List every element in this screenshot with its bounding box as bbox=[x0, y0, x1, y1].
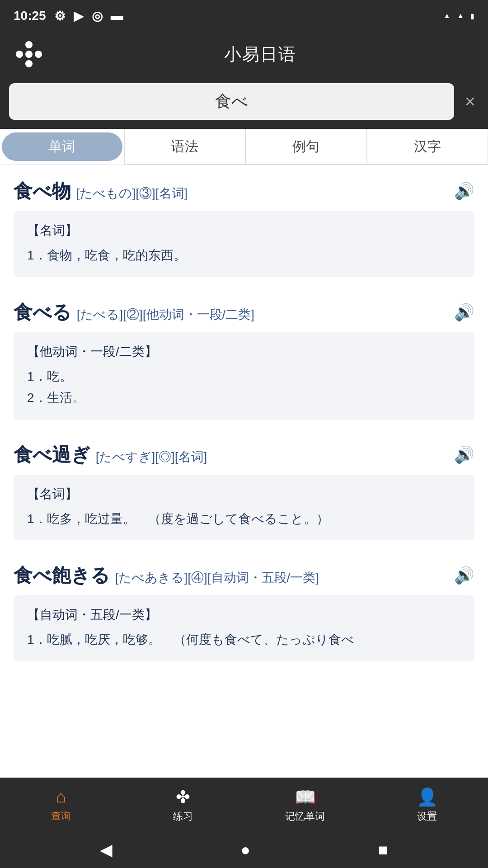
status-bar: 10:25 ⚙ ▶ ◎ ▬ ▲ ▲ ▮ bbox=[0, 0, 488, 32]
play-icon: ▶ bbox=[74, 9, 84, 24]
entry-1-type: 【名词】 bbox=[27, 222, 461, 239]
tab-vocabulary[interactable]: 单词 bbox=[2, 132, 122, 161]
entry-4-body: 【自动词・五段/一类】 1．吃腻，吃厌，吃够。 （何度も食べて、たっぷり食べ bbox=[14, 595, 474, 661]
entry-3-word: 食べ過ぎ [たべすぎ][◎][名词] bbox=[14, 442, 207, 467]
entry-1-reading: [たべもの][③][名词] bbox=[76, 186, 188, 200]
status-time: 10:25 bbox=[14, 9, 46, 23]
entry-4-word: 食べ飽きる [たべあきる][④][自动词・五段/一类] bbox=[14, 563, 319, 588]
entry-3-body: 【名词】 1．吃多，吃过量。 （度を過ごして食べること。） bbox=[14, 475, 474, 541]
gear-icon: ⚙ bbox=[54, 9, 66, 24]
nav-label-memory: 记忆单词 bbox=[285, 810, 325, 823]
entry-4-header: 食べ飽きる [たべあきる][④][自动词・五段/一类] 🔊 bbox=[14, 563, 474, 588]
search-clear-button[interactable]: × bbox=[461, 88, 479, 115]
recent-button[interactable]: ■ bbox=[378, 840, 388, 859]
entry-4: 食べ飽きる [たべあきる][④][自动词・五段/一类] 🔊 【自动词・五段/一类… bbox=[0, 549, 488, 661]
entry-3: 食べ過ぎ [たべすぎ][◎][名词] 🔊 【名词】 1．吃多，吃过量。 （度を過… bbox=[0, 429, 488, 541]
wifi-icon: ▲ bbox=[443, 12, 450, 20]
logo-dot bbox=[25, 51, 33, 58]
entry-2-word: 食べる [たべる][②][他动词・一段/二类] bbox=[14, 300, 254, 325]
tabs-bar: 单词 语法 例句 汉字 bbox=[0, 129, 488, 165]
tab-examples[interactable]: 例句 bbox=[245, 129, 367, 165]
entry-2-header: 食べる [たべる][②][他动词・一段/二类] 🔊 bbox=[14, 300, 474, 325]
entry-1-body: 【名词】 1．食物，吃食，吃的东西。 bbox=[14, 211, 474, 277]
entry-2-body: 【他动词・一段/二类】 1．吃。 2．生活。 bbox=[14, 332, 474, 420]
entry-1-def-1: 1．食物，吃食，吃的东西。 bbox=[27, 245, 461, 266]
app-logo bbox=[13, 38, 45, 71]
entry-2-reading: [たべる][②][他动词・一段/二类] bbox=[77, 307, 254, 321]
nav-item-settings[interactable]: 👤 设置 bbox=[366, 778, 488, 832]
sdcard-icon: ▬ bbox=[111, 9, 123, 23]
nav-label-practice: 练习 bbox=[173, 810, 193, 823]
search-bar: 食べ × bbox=[0, 77, 488, 129]
logo-dot bbox=[16, 51, 23, 58]
back-button[interactable]: ◀ bbox=[100, 840, 113, 859]
entry-4-type: 【自动词・五段/一类】 bbox=[27, 606, 461, 623]
nav-item-query[interactable]: ⌂ 查询 bbox=[0, 778, 122, 832]
content-area: 食べ物 [たべもの][③][名词] 🔊 【名词】 1．食物，吃食，吃的东西。 食… bbox=[0, 165, 488, 778]
tab-grammar[interactable]: 语法 bbox=[124, 129, 246, 165]
entry-4-sound-icon[interactable]: 🔊 bbox=[454, 566, 474, 585]
search-query: 食べ bbox=[215, 90, 248, 113]
home-icon: ⌂ bbox=[56, 787, 66, 807]
entry-4-reading: [たべあきる][④][自动词・五段/一类] bbox=[115, 571, 319, 585]
system-nav: ◀ ● ■ bbox=[0, 832, 488, 868]
bottom-nav: ⌂ 查询 ✤ 练习 📖 记忆单词 👤 设置 bbox=[0, 778, 488, 832]
home-button[interactable]: ● bbox=[240, 840, 250, 859]
logo-dot bbox=[25, 60, 33, 67]
entry-3-sound-icon[interactable]: 🔊 bbox=[454, 445, 474, 464]
nav-item-practice[interactable]: ✤ 练习 bbox=[122, 778, 244, 832]
search-input-container[interactable]: 食べ bbox=[9, 83, 454, 120]
entry-3-type: 【名词】 bbox=[27, 486, 461, 503]
entry-2-def-2: 2．生活。 bbox=[27, 387, 461, 409]
at-icon: ◎ bbox=[92, 9, 103, 24]
logo-dot bbox=[35, 51, 42, 58]
logo-dot bbox=[25, 41, 33, 48]
entry-2-sound-icon[interactable]: 🔊 bbox=[454, 303, 474, 322]
person-icon: 👤 bbox=[417, 787, 438, 807]
battery-icon: ▮ bbox=[470, 12, 474, 20]
app-title: 小易日语 bbox=[45, 43, 475, 66]
entry-2-def-1: 1．吃。 bbox=[27, 366, 461, 387]
entry-1-header: 食べ物 [たべもの][③][名词] 🔊 bbox=[14, 179, 474, 204]
book-icon: 📖 bbox=[295, 787, 316, 807]
signal-icon: ▲ bbox=[457, 12, 464, 20]
entry-3-header: 食べ過ぎ [たべすぎ][◎][名词] 🔊 bbox=[14, 442, 474, 467]
nav-item-memory[interactable]: 📖 记忆单词 bbox=[244, 778, 366, 832]
app-header: 小易日语 bbox=[0, 32, 488, 77]
entry-1-sound-icon[interactable]: 🔊 bbox=[454, 182, 474, 201]
nav-label-query: 查询 bbox=[51, 809, 71, 823]
status-right-icons: ▲ ▲ ▮ bbox=[443, 12, 474, 20]
entry-2: 食べる [たべる][②][他动词・一段/二类] 🔊 【他动词・一段/二类】 1．… bbox=[0, 286, 488, 420]
nav-label-settings: 设置 bbox=[417, 810, 437, 823]
entry-4-def-1: 1．吃腻，吃厌，吃够。 （何度も食べて、たっぷり食べ bbox=[27, 629, 461, 651]
entry-3-reading: [たべすぎ][◎][名词] bbox=[96, 450, 207, 464]
entry-2-type: 【他动词・一段/二类】 bbox=[27, 343, 461, 360]
entry-3-def-1: 1．吃多，吃过量。 （度を過ごして食べること。） bbox=[27, 508, 461, 530]
dots-icon: ✤ bbox=[176, 787, 190, 807]
entry-1: 食べ物 [たべもの][③][名词] 🔊 【名词】 1．食物，吃食，吃的东西。 bbox=[0, 165, 488, 277]
entry-1-word: 食べ物 [たべもの][③][名词] bbox=[14, 179, 188, 204]
tab-kanji[interactable]: 汉字 bbox=[367, 129, 488, 165]
